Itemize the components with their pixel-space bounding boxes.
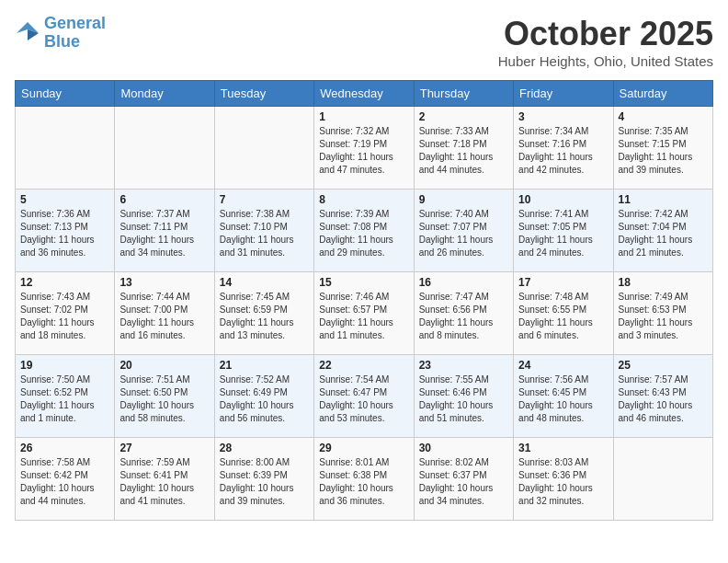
day-info: Sunrise: 7:44 AM Sunset: 7:00 PM Dayligh… <box>119 291 209 342</box>
day-number: 8 <box>319 193 408 206</box>
weekday-col-monday: Monday <box>115 81 214 107</box>
day-info: Sunrise: 7:36 AM Sunset: 7:13 PM Dayligh… <box>20 208 109 259</box>
day-number: 6 <box>119 193 209 206</box>
calendar-cell: 13Sunrise: 7:44 AM Sunset: 7:00 PM Dayli… <box>115 272 214 355</box>
title-block: October 2025 Huber Heights, Ohio, United… <box>498 15 713 69</box>
day-number: 9 <box>419 193 508 206</box>
logo-general: General <box>44 14 106 32</box>
day-info: Sunrise: 7:48 AM Sunset: 6:55 PM Dayligh… <box>518 291 608 342</box>
calendar-cell: 24Sunrise: 7:56 AM Sunset: 6:45 PM Dayli… <box>514 355 613 438</box>
calendar-cell: 9Sunrise: 7:40 AM Sunset: 7:07 PM Daylig… <box>414 190 513 272</box>
day-number: 27 <box>119 442 209 454</box>
day-info: Sunrise: 7:58 AM Sunset: 6:42 PM Dayligh… <box>20 456 109 508</box>
day-number: 13 <box>119 276 209 289</box>
day-info: Sunrise: 7:47 AM Sunset: 6:56 PM Dayligh… <box>419 291 508 342</box>
month-title: October 2025 <box>498 15 713 53</box>
day-number: 15 <box>319 276 408 289</box>
day-number: 29 <box>319 442 408 454</box>
day-number: 3 <box>518 110 608 123</box>
calendar-cell <box>214 107 313 190</box>
calendar-cell: 11Sunrise: 7:42 AM Sunset: 7:04 PM Dayli… <box>613 190 712 272</box>
day-info: Sunrise: 7:49 AM Sunset: 6:53 PM Dayligh… <box>619 291 708 342</box>
weekday-col-wednesday: Wednesday <box>314 81 414 107</box>
day-info: Sunrise: 8:02 AM Sunset: 6:37 PM Dayligh… <box>419 456 508 508</box>
day-number: 16 <box>419 276 508 289</box>
day-number: 20 <box>119 359 209 372</box>
day-info: Sunrise: 7:55 AM Sunset: 6:46 PM Dayligh… <box>419 373 508 425</box>
day-info: Sunrise: 7:38 AM Sunset: 7:10 PM Dayligh… <box>220 208 309 259</box>
day-number: 14 <box>220 276 309 289</box>
calendar-table: SundayMondayTuesdayWednesdayThursdayFrid… <box>15 80 713 521</box>
day-number: 24 <box>518 359 608 372</box>
day-number: 5 <box>20 193 109 206</box>
calendar-cell: 1Sunrise: 7:32 AM Sunset: 7:19 PM Daylig… <box>314 107 414 190</box>
day-number: 22 <box>319 359 408 372</box>
day-number: 26 <box>20 442 109 454</box>
calendar-cell: 30Sunrise: 8:02 AM Sunset: 6:37 PM Dayli… <box>414 438 513 521</box>
day-info: Sunrise: 7:35 AM Sunset: 7:15 PM Dayligh… <box>619 125 708 177</box>
day-info: Sunrise: 7:37 AM Sunset: 7:11 PM Dayligh… <box>119 208 209 259</box>
calendar-cell <box>613 438 712 521</box>
calendar-cell: 2Sunrise: 7:33 AM Sunset: 7:18 PM Daylig… <box>414 107 513 190</box>
week-row-2: 5Sunrise: 7:36 AM Sunset: 7:13 PM Daylig… <box>16 190 713 272</box>
day-number: 19 <box>20 359 109 372</box>
logo: General Blue <box>15 15 106 52</box>
calendar-cell <box>16 107 115 190</box>
day-info: Sunrise: 7:51 AM Sunset: 6:50 PM Dayligh… <box>119 373 209 425</box>
calendar-cell: 18Sunrise: 7:49 AM Sunset: 6:53 PM Dayli… <box>613 272 712 355</box>
day-number: 23 <box>419 359 508 372</box>
calendar-cell: 29Sunrise: 8:01 AM Sunset: 6:38 PM Dayli… <box>314 438 414 521</box>
day-number: 17 <box>518 276 608 289</box>
weekday-col-thursday: Thursday <box>414 81 513 107</box>
week-row-4: 19Sunrise: 7:50 AM Sunset: 6:52 PM Dayli… <box>16 355 713 438</box>
calendar-cell: 10Sunrise: 7:41 AM Sunset: 7:05 PM Dayli… <box>514 190 613 272</box>
calendar-cell: 22Sunrise: 7:54 AM Sunset: 6:47 PM Dayli… <box>314 355 414 438</box>
calendar-cell: 3Sunrise: 7:34 AM Sunset: 7:16 PM Daylig… <box>514 107 613 190</box>
weekday-col-tuesday: Tuesday <box>214 81 313 107</box>
calendar-cell: 17Sunrise: 7:48 AM Sunset: 6:55 PM Dayli… <box>514 272 613 355</box>
day-info: Sunrise: 7:46 AM Sunset: 6:57 PM Dayligh… <box>319 291 408 342</box>
logo-blue: Blue <box>44 32 80 51</box>
day-number: 7 <box>220 193 309 206</box>
logo-icon <box>15 20 40 46</box>
day-info: Sunrise: 8:00 AM Sunset: 6:39 PM Dayligh… <box>220 456 309 508</box>
calendar-cell: 20Sunrise: 7:51 AM Sunset: 6:50 PM Dayli… <box>115 355 214 438</box>
day-info: Sunrise: 7:41 AM Sunset: 7:05 PM Dayligh… <box>518 208 608 259</box>
calendar-cell: 19Sunrise: 7:50 AM Sunset: 6:52 PM Dayli… <box>16 355 115 438</box>
calendar-cell: 16Sunrise: 7:47 AM Sunset: 6:56 PM Dayli… <box>414 272 513 355</box>
day-info: Sunrise: 7:40 AM Sunset: 7:07 PM Dayligh… <box>419 208 508 259</box>
calendar-cell: 7Sunrise: 7:38 AM Sunset: 7:10 PM Daylig… <box>214 190 313 272</box>
calendar-cell: 8Sunrise: 7:39 AM Sunset: 7:08 PM Daylig… <box>314 190 414 272</box>
calendar-cell: 26Sunrise: 7:58 AM Sunset: 6:42 PM Dayli… <box>16 438 115 521</box>
day-number: 25 <box>619 359 708 372</box>
calendar-cell: 27Sunrise: 7:59 AM Sunset: 6:41 PM Dayli… <box>115 438 214 521</box>
day-number: 12 <box>20 276 109 289</box>
calendar-cell: 14Sunrise: 7:45 AM Sunset: 6:59 PM Dayli… <box>214 272 313 355</box>
day-info: Sunrise: 8:03 AM Sunset: 6:36 PM Dayligh… <box>518 456 608 508</box>
calendar-cell: 23Sunrise: 7:55 AM Sunset: 6:46 PM Dayli… <box>414 355 513 438</box>
weekday-header-row: SundayMondayTuesdayWednesdayThursdayFrid… <box>16 81 713 107</box>
day-info: Sunrise: 7:57 AM Sunset: 6:43 PM Dayligh… <box>619 373 708 425</box>
day-info: Sunrise: 7:59 AM Sunset: 6:41 PM Dayligh… <box>119 456 209 508</box>
day-number: 21 <box>220 359 309 372</box>
weekday-col-friday: Friday <box>514 81 613 107</box>
day-info: Sunrise: 7:39 AM Sunset: 7:08 PM Dayligh… <box>319 208 408 259</box>
week-row-1: 1Sunrise: 7:32 AM Sunset: 7:19 PM Daylig… <box>16 107 713 190</box>
day-number: 1 <box>319 110 408 123</box>
day-number: 28 <box>220 442 309 454</box>
calendar-cell: 5Sunrise: 7:36 AM Sunset: 7:13 PM Daylig… <box>16 190 115 272</box>
calendar-cell: 31Sunrise: 8:03 AM Sunset: 6:36 PM Dayli… <box>514 438 613 521</box>
day-info: Sunrise: 7:42 AM Sunset: 7:04 PM Dayligh… <box>619 208 708 259</box>
day-number: 4 <box>619 110 708 123</box>
day-number: 10 <box>518 193 608 206</box>
calendar-cell: 28Sunrise: 8:00 AM Sunset: 6:39 PM Dayli… <box>214 438 313 521</box>
day-info: Sunrise: 7:34 AM Sunset: 7:16 PM Dayligh… <box>518 125 608 177</box>
weekday-col-saturday: Saturday <box>613 81 712 107</box>
day-info: Sunrise: 7:56 AM Sunset: 6:45 PM Dayligh… <box>518 373 608 425</box>
location-label: Huber Heights, Ohio, United States <box>498 53 713 69</box>
calendar-cell: 25Sunrise: 7:57 AM Sunset: 6:43 PM Dayli… <box>613 355 712 438</box>
day-info: Sunrise: 7:33 AM Sunset: 7:18 PM Dayligh… <box>419 125 508 177</box>
calendar-cell: 4Sunrise: 7:35 AM Sunset: 7:15 PM Daylig… <box>613 107 712 190</box>
day-info: Sunrise: 7:54 AM Sunset: 6:47 PM Dayligh… <box>319 373 408 425</box>
calendar-body: 1Sunrise: 7:32 AM Sunset: 7:19 PM Daylig… <box>16 107 713 521</box>
